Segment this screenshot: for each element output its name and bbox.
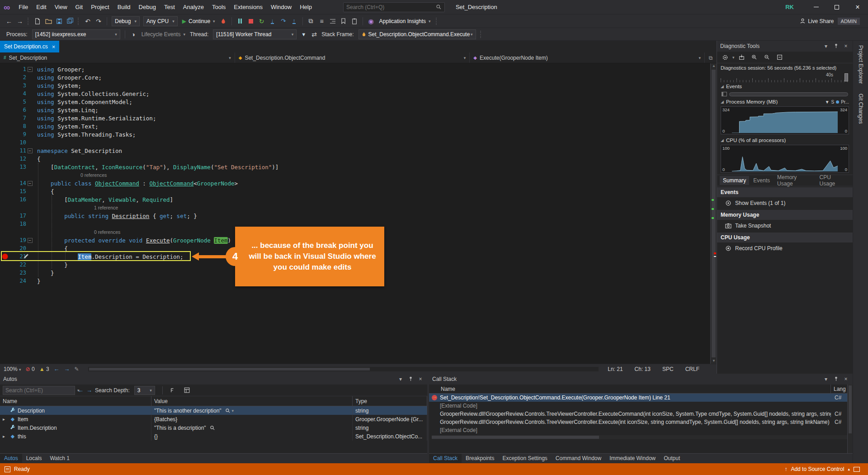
breakpoint-margin[interactable] <box>0 81 10 90</box>
step-into-icon[interactable]: ↓ <box>268 16 278 27</box>
redo-icon[interactable]: ↷ <box>94 16 104 27</box>
clipboard-icon[interactable] <box>349 16 359 27</box>
undo-icon[interactable]: ↶ <box>83 16 93 27</box>
open-folder-icon[interactable] <box>43 16 53 27</box>
call-stack-horizontal-scrollbar[interactable] <box>432 435 850 439</box>
lifecycle-events-dropdown[interactable]: Lifecycle Events▾ <box>142 31 185 38</box>
call-stack-frame[interactable]: GrooperReview.dll!GrooperReview.Controls… <box>429 410 853 418</box>
autos-row[interactable]: Description"This is another description"… <box>0 406 427 415</box>
breakpoint-margin[interactable] <box>0 269 10 277</box>
scrollbar-thumb[interactable] <box>432 436 599 439</box>
breakpoint-margin[interactable] <box>0 228 10 236</box>
bookmark-icon[interactable] <box>339 16 349 27</box>
line-ending-indicator[interactable]: CRLF <box>685 366 699 372</box>
column-indicator[interactable]: Ch: 13 <box>635 366 651 372</box>
diag-tab-events[interactable]: Events <box>750 176 773 185</box>
minimize-button[interactable] <box>806 0 826 14</box>
live-share-button[interactable]: Live Share <box>800 18 834 24</box>
new-file-icon[interactable] <box>33 16 42 27</box>
code-cleanup-icon[interactable]: ✎ <box>75 366 79 372</box>
breakpoint-margin[interactable] <box>0 195 10 204</box>
toggle-flagged-icon[interactable]: ⇄ <box>309 29 319 40</box>
column-header-type[interactable]: Type <box>353 396 427 406</box>
select-tools-caret[interactable]: ▾ <box>732 55 735 60</box>
menu-help[interactable]: Help <box>296 0 316 14</box>
menu-tools[interactable]: Tools <box>208 0 230 14</box>
breakpoint-margin[interactable] <box>0 147 10 155</box>
diag-tab-summary[interactable]: Summary <box>720 176 749 185</box>
search-depth-dropdown[interactable]: 3▾ <box>134 386 155 395</box>
account-avatar[interactable]: RK <box>785 4 794 10</box>
project-dropdown[interactable]: #Set_Description▾ <box>0 52 235 63</box>
tab-project-explorer[interactable]: Project Explorer <box>858 45 864 84</box>
format-specifier-icon[interactable] <box>169 385 179 396</box>
breakpoint-margin[interactable] <box>0 122 10 130</box>
call-stack-vertical-scrollbar[interactable] <box>847 385 853 453</box>
scrollbar-thumb[interactable] <box>89 368 370 370</box>
column-header-name[interactable]: Name <box>0 396 151 406</box>
breakpoint-margin[interactable] <box>0 220 10 228</box>
magnifier-icon[interactable]: ▾ <box>225 408 234 413</box>
tab-watch-1[interactable]: Watch 1 <box>46 454 74 463</box>
timeline-ruler[interactable]: 40s <box>721 72 849 82</box>
pin-icon[interactable] <box>407 376 414 383</box>
next-issue-icon[interactable]: → <box>64 366 70 372</box>
stack-frame-dropdown[interactable]: Set_Description.ObjectCommand.Execute▾ <box>359 29 476 39</box>
maximize-button[interactable] <box>826 0 847 14</box>
magnifier-icon[interactable] <box>210 425 215 431</box>
space-indicator[interactable]: SPC <box>662 366 674 372</box>
filter-icon[interactable]: ▼ <box>825 100 830 104</box>
stop-debugging-icon[interactable] <box>246 16 256 27</box>
close-tab-icon[interactable]: × <box>52 43 56 50</box>
quick-search[interactable] <box>343 2 445 12</box>
diag-tab-memory-usage[interactable]: Memory Usage <box>774 173 816 188</box>
tab-locals[interactable]: Locals <box>22 454 46 463</box>
column-header-value[interactable]: Value <box>151 396 353 406</box>
fold-collapse-icon[interactable]: − <box>28 238 33 243</box>
breakpoint-margin[interactable] <box>0 130 10 138</box>
thread-dropdown[interactable]: [11516] Worker Thread▾ <box>213 29 297 39</box>
editor-horizontal-scrollbar[interactable] <box>88 367 599 371</box>
search-input[interactable] <box>346 4 436 10</box>
events-section-toggle[interactable]: ◢Events <box>717 82 853 90</box>
menu-build[interactable]: Build <box>113 0 135 14</box>
menu-git[interactable]: Git <box>71 0 87 14</box>
close-button[interactable]: × <box>847 0 868 14</box>
search-next-icon[interactable]: → <box>86 387 92 394</box>
scrollbar-thumb[interactable] <box>712 70 716 357</box>
record-cpu-profile-link[interactable]: Record CPU Profile <box>717 242 853 254</box>
menu-file[interactable]: File <box>14 0 32 14</box>
step-out-icon[interactable]: ↑ <box>289 16 299 27</box>
tab-command-window[interactable]: Command Window <box>552 454 605 463</box>
zoom-out-icon[interactable] <box>762 52 772 63</box>
zoom-in-icon[interactable] <box>750 52 760 63</box>
column-header-name[interactable]: Name <box>429 385 831 393</box>
pin-icon[interactable] <box>832 43 840 50</box>
menu-edit[interactable]: Edit <box>32 0 50 14</box>
breakpoint-margin[interactable] <box>0 90 10 98</box>
error-count[interactable]: ⊘ 0 <box>26 366 35 372</box>
source-control-caret[interactable]: ▴ <box>848 467 850 471</box>
memory-section-toggle[interactable]: ◢Process Memory (MB) ▼SPr... <box>717 98 853 106</box>
call-stack-frame[interactable]: GrooperReview.dll!GrooperReview.Controls… <box>429 418 853 426</box>
close-panel-icon[interactable]: × <box>842 43 849 49</box>
fold-collapse-icon[interactable]: − <box>28 181 33 186</box>
expand-arrow-icon[interactable]: ▸ <box>3 417 9 422</box>
autos-row[interactable]: ▸◆this{}Set_Description.ObjectCo... <box>0 432 427 441</box>
timeline-handle[interactable] <box>844 73 848 81</box>
expand-rows-icon[interactable] <box>182 385 192 396</box>
autos-row[interactable]: ▸◆Item{Batches}Grooper.GrooperNode {Gr..… <box>0 415 427 423</box>
tab-immediate-window[interactable]: Immediate Window <box>605 454 660 463</box>
background-tasks-icon[interactable] <box>5 466 10 472</box>
tab-git-changes[interactable]: Git Changes <box>858 94 864 124</box>
call-stack-frame[interactable]: [External Code] <box>429 426 853 434</box>
tab-call-stack[interactable]: Call Stack <box>429 454 462 463</box>
breakpoint-margin[interactable] <box>0 261 10 269</box>
breakpoint-margin[interactable] <box>0 106 10 114</box>
pin-icon[interactable] <box>832 376 840 383</box>
solution-platform-dropdown[interactable]: Any CPU▾ <box>143 16 178 26</box>
autos-row[interactable]: Item.Description"This is a description"s… <box>0 423 427 432</box>
breakpoint-margin[interactable] <box>0 187 10 195</box>
scroll-down-icon[interactable]: ▼ <box>711 358 717 364</box>
call-stack-frame[interactable]: Set_Description!Set_Description.ObjectCo… <box>429 394 853 402</box>
